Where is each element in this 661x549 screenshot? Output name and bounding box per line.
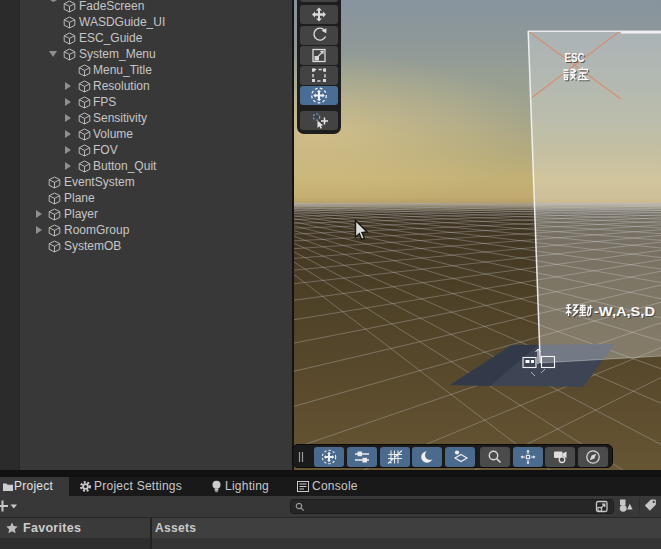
svg-text:-W,A,S,D: -W,A,S,D	[594, 305, 655, 319]
svg-text:ESC: ESC	[565, 51, 585, 65]
